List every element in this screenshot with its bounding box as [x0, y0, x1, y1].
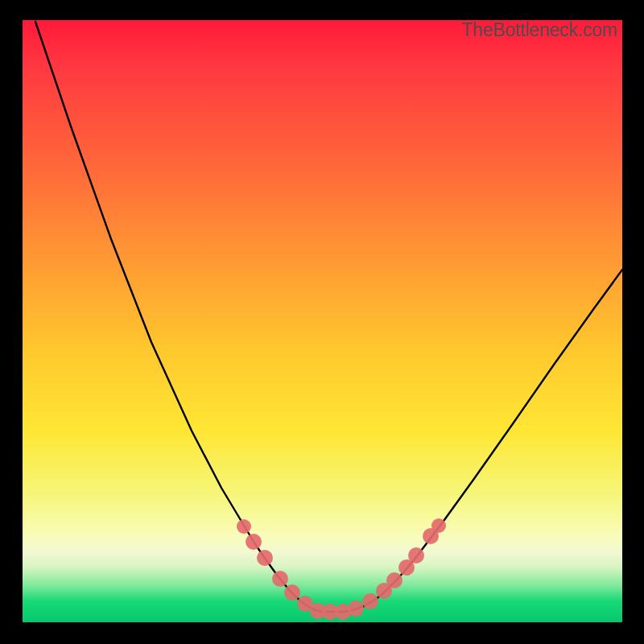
marker-right-group-0 [362, 593, 378, 609]
marker-left-group-0 [237, 519, 251, 534]
marker-right-group-2 [386, 572, 402, 588]
marker-left-group-3 [272, 571, 288, 587]
marker-right-group-6 [431, 518, 446, 533]
marker-left-group-2 [257, 550, 273, 566]
marker-left-group-1 [246, 534, 262, 550]
curve-right-branch [332, 270, 622, 612]
marker-left-group-4 [284, 584, 300, 601]
chart-svg [23, 20, 622, 622]
marker-right-group-4 [408, 547, 424, 564]
curve-left-branch [35, 22, 332, 612]
marker-bottom-group-3 [348, 601, 364, 617]
chart-frame: TheBottleneck.com [23, 20, 622, 622]
